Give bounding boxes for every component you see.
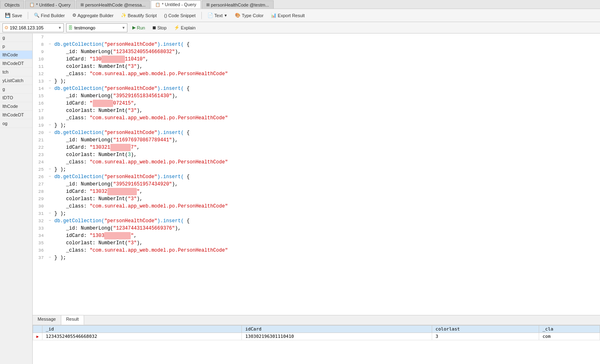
code-editor[interactable]: 7 8 − db.getCollection("personHealthCode… (33, 33, 600, 315)
line-num-25: 25 (33, 166, 47, 173)
line-fold-37: − (47, 254, 53, 261)
find-builder-icon: 🔍 (34, 13, 40, 18)
code-line-24: 24 _class: "com.sunreal.app_web.model.po… (33, 159, 600, 166)
stop-label: Stop (157, 25, 167, 30)
line-fold-14: − (47, 85, 53, 92)
db-icon: 🗄 (68, 25, 73, 30)
row-marker: ▶ (33, 333, 42, 340)
db-value: testmongo (74, 25, 95, 30)
line-num-33: 33 (33, 225, 47, 232)
line-num-29: 29 (33, 195, 47, 203)
explain-button[interactable]: ⚡ Explain (172, 24, 198, 31)
line-num-16: 16 (33, 100, 47, 107)
sidebar-item-lthCodeDT2[interactable]: lthCodeDT (0, 111, 32, 119)
editor-area: 7 8 − db.getCollection("personHealthCode… (33, 33, 600, 364)
cell-class: com (539, 333, 600, 340)
save-label: Save (12, 13, 22, 18)
code-line-10: 10 idCard: "130 110410", (33, 56, 600, 63)
code-line-37: 37 − } ); (33, 254, 600, 261)
tab-objects[interactable]: Objects (0, 0, 24, 9)
run-button[interactable]: ▶ Run (130, 24, 147, 31)
code-snippet-icon: () (164, 13, 167, 18)
line-content-30: _class: "com.sunreal.app_web.model.po.Pe… (53, 203, 600, 210)
beautify-button[interactable]: ✨ Beautify Script (118, 12, 159, 19)
col-class: _cla (539, 326, 600, 333)
db-dropdown[interactable]: 🗄 testmongo ▼ (66, 23, 127, 32)
export-result-label: Export Result (278, 13, 305, 18)
sidebar-item-lthCode2[interactable]: lthCode (0, 102, 32, 111)
line-num-15: 15 (33, 92, 47, 100)
sidebar-item-yListCatch[interactable]: yListCatch (0, 76, 32, 85)
tab-untitled-1-label: * Untitled - Query (36, 2, 70, 7)
code-line-11: 11 colorlast: NumberInt("3"), (33, 63, 600, 70)
cell-idcard: 130302196301110410 (242, 333, 432, 340)
tab-message[interactable]: Message (33, 315, 61, 325)
tab-untitled-2[interactable]: 📋 * Untitled - Query (151, 0, 201, 9)
col-idcard-label: idCard (245, 326, 261, 332)
aggregate-builder-button[interactable]: ⚙ Aggregate Builder (70, 12, 116, 19)
cell-colorlast: 3 (432, 333, 539, 340)
line-content-28: idCard: "13032 ", (53, 188, 600, 195)
line-num-28: 28 (33, 188, 47, 195)
result-content[interactable]: _id idCard colorlast _cla (33, 325, 600, 364)
code-line-7: 7 (33, 33, 600, 41)
sidebar-item-g2[interactable]: g (0, 85, 32, 94)
sidebar-item-lthCode[interactable]: lthCode (0, 51, 32, 59)
code-line-26: 26 − db.getCollection("personHealthCode"… (33, 173, 600, 181)
result-tabs: Message Result (33, 315, 600, 325)
host-value: 192.168.123.105 (10, 25, 44, 30)
tab-person-health-test[interactable]: ⊞ personHealthCode @testm... (202, 0, 274, 9)
toolbar: 💾 Save 🔍 Find Builder ⚙ Aggregate Builde… (0, 9, 600, 22)
col-id-label: _id (46, 326, 54, 332)
tab-objects-label: Objects (4, 2, 20, 7)
sidebar-item-lthCodeDT[interactable]: lthCodeDT (0, 59, 32, 68)
code-line-15: 15 _id: NumberLong("395291651834561430")… (33, 92, 600, 100)
export-result-button[interactable]: 📊 Export Result (268, 12, 307, 19)
line-content-11: colorlast: NumberInt("3"), (53, 63, 600, 70)
explain-label: Explain (181, 25, 196, 30)
stop-button[interactable]: ◼ Stop (150, 24, 169, 31)
tab-result[interactable]: Result (61, 315, 84, 325)
save-button[interactable]: 💾 Save (2, 12, 25, 19)
line-content-22: idCard: "130321 7", (53, 144, 600, 151)
code-line-19: 19 − } ); (33, 122, 600, 129)
line-content-33: _id: NumberLong("1234744313445669376"), (53, 225, 600, 232)
sidebar-item-og[interactable]: og (0, 119, 32, 128)
code-snippet-label: Code Snippet (168, 13, 196, 18)
sidebar-item-p[interactable]: p (0, 42, 32, 51)
sidebar-item-tch[interactable]: tch (0, 68, 32, 76)
host-icon: ⊙ (4, 25, 8, 30)
cell-id: 1234352405546668032 (42, 333, 242, 340)
table-row: ▶ 1234352405546668032 130302196301110410… (33, 333, 600, 340)
line-content-9: _id: NumberLong("1234352405546668032"), (53, 48, 600, 56)
line-num-21: 21 (33, 136, 47, 144)
tab-icon-2: ⊞ (80, 2, 84, 7)
host-dropdown[interactable]: ⊙ 192.168.123.105 ▼ (2, 23, 64, 32)
sidebar-item-tDTO[interactable]: tDTO (0, 94, 32, 102)
line-content-18: _class: "com.sunreal.app_web.model.po.Pe… (53, 114, 600, 122)
line-fold-20: − (47, 129, 53, 136)
save-icon: 💾 (5, 13, 11, 18)
line-content-26: db.getCollection("personHealthCode").ins… (53, 173, 600, 181)
db-arrow-icon: ▼ (122, 26, 125, 30)
code-line-23: 23 colorlast: NumberInt(3), (33, 151, 600, 159)
line-num-17: 17 (33, 107, 47, 114)
find-builder-button[interactable]: 🔍 Find Builder (31, 12, 67, 19)
line-num-13: 13 (33, 78, 47, 85)
tab-untitled-1[interactable]: 📋 * Untitled - Query (25, 0, 75, 9)
line-content-10: idCard: "130 110410", (53, 56, 600, 63)
line-num-27: 27 (33, 181, 47, 188)
text-button[interactable]: 📄 Text ▼ (205, 12, 230, 19)
result-panel: Message Result _id idCar (33, 315, 600, 364)
type-color-button[interactable]: 🎨 Type Color (232, 12, 266, 19)
line-num-14: 14 (33, 85, 47, 92)
line-num-12: 12 (33, 70, 47, 78)
code-line-28: 28 idCard: "13032 ", (33, 188, 600, 195)
aggregate-builder-label: Aggregate Builder (78, 13, 114, 18)
sidebar-item-g[interactable]: g (0, 33, 32, 42)
run-icon: ▶ (132, 25, 136, 30)
line-fold-32: − (47, 217, 53, 225)
line-fold-13: − (47, 78, 53, 85)
tab-person-health-msg[interactable]: ⊞ personHealthCode @messa... (76, 0, 150, 9)
code-snippet-button[interactable]: () Code Snippet (162, 12, 198, 19)
